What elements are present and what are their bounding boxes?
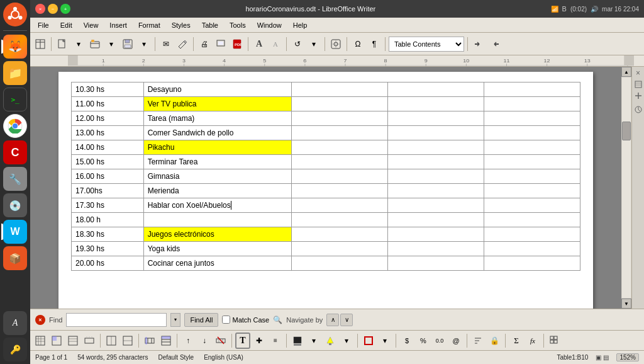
cell-extra3[interactable] <box>484 256 580 271</box>
tb-highlight-dropdown[interactable]: ▾ <box>339 333 354 349</box>
maximize-button[interactable]: + <box>60 4 70 14</box>
cell-extra3[interactable] <box>484 242 580 256</box>
tb-sort[interactable] <box>470 333 486 349</box>
taskbar-fontapp[interactable]: A <box>3 311 27 335</box>
layout-icon1[interactable]: ▣ <box>596 354 601 361</box>
find-all-button[interactable]: Find All <box>184 313 218 327</box>
document-scroll[interactable]: 10.30 hsDesayuno11.00 hsVer TV publica12… <box>30 67 621 309</box>
tb-print-preview[interactable] <box>213 36 228 52</box>
tb-table4[interactable] <box>82 333 97 349</box>
cell-activity[interactable]: Cocinar cena juntos <box>143 256 292 271</box>
taskbar-disk[interactable]: 💿 <box>3 193 27 217</box>
tb-new-dropdown[interactable]: ▾ <box>71 36 86 52</box>
panel-icon2[interactable] <box>633 91 643 101</box>
menu-insert[interactable]: Insert <box>104 20 132 30</box>
menu-window[interactable]: Window <box>252 20 287 30</box>
cell-time[interactable]: 11.00 hs <box>72 97 144 111</box>
cell-activity[interactable] <box>143 213 292 227</box>
tb-currency[interactable]: $ <box>399 333 414 349</box>
scroll-track[interactable] <box>622 77 631 298</box>
tb-text-align[interactable]: ≡ <box>268 333 283 349</box>
cell-activity[interactable]: Gimnasia <box>143 169 292 184</box>
taskbar-terminal[interactable]: >_ <box>3 88 27 111</box>
cell-extra3[interactable] <box>484 184 580 198</box>
cell-extra3[interactable] <box>484 97 580 111</box>
tb-grid-more[interactable] <box>547 333 562 349</box>
taskbar-chromium[interactable] <box>3 114 27 138</box>
tb-open-dropdown[interactable]: ▾ <box>104 36 119 52</box>
cell-extra2[interactable] <box>388 97 484 111</box>
cell-extra1[interactable] <box>292 111 388 126</box>
tb-navigator[interactable] <box>328 36 343 52</box>
cell-extra1[interactable] <box>292 155 388 169</box>
taskbar-keyapp[interactable]: 🔑 <box>3 338 27 361</box>
tb-edit-file[interactable] <box>175 36 190 52</box>
cell-extra1[interactable] <box>292 140 388 155</box>
close-button[interactable]: × <box>35 4 45 14</box>
tb-formatting-marks[interactable]: ¶ <box>367 36 382 52</box>
tb-formula[interactable]: fx <box>525 333 540 349</box>
cell-extra1[interactable] <box>292 213 388 227</box>
panel-icon3[interactable] <box>633 105 643 115</box>
tb-table-style[interactable] <box>33 36 48 52</box>
tb-table3[interactable] <box>65 333 80 349</box>
cell-extra2[interactable] <box>388 82 484 97</box>
tb-at[interactable]: @ <box>448 333 464 349</box>
tb-border-dropdown[interactable]: ▾ <box>377 333 392 349</box>
tb-cols[interactable] <box>142 333 157 349</box>
tb-undo[interactable]: ↺ <box>290 36 305 52</box>
cell-extra2[interactable] <box>388 198 484 213</box>
cell-extra2[interactable] <box>388 184 484 198</box>
taskbar-capp[interactable]: C <box>3 140 27 164</box>
cell-extra2[interactable] <box>388 227 484 242</box>
cell-extra1[interactable] <box>292 227 388 242</box>
panel-icon1[interactable] <box>633 79 643 89</box>
menu-file[interactable]: File <box>33 20 54 30</box>
find-dropdown[interactable]: ▾ <box>170 313 180 327</box>
tb-font-a-small[interactable]: A <box>268 36 283 52</box>
cell-extra3[interactable] <box>484 82 580 97</box>
tb-font-a[interactable]: A <box>252 36 267 52</box>
tb-more1[interactable] <box>471 36 486 52</box>
cell-time[interactable]: 17.30 hs <box>72 198 144 213</box>
tb-percent[interactable]: % <box>416 333 431 349</box>
cell-extra2[interactable] <box>388 155 484 169</box>
scroll-down[interactable]: ▼ <box>621 299 631 309</box>
cell-time[interactable]: 12.00 hs <box>72 111 144 126</box>
menu-view[interactable]: View <box>79 20 104 30</box>
cell-extra3[interactable] <box>484 111 580 126</box>
find-close-button[interactable]: × <box>35 315 45 325</box>
tb-color1[interactable] <box>290 333 305 349</box>
tb-open[interactable] <box>87 36 103 52</box>
menu-styles[interactable]: Styles <box>167 20 196 30</box>
tb-highlight[interactable] <box>323 333 338 349</box>
tb-border-color[interactable] <box>361 333 376 349</box>
menu-edit[interactable]: Edit <box>55 20 77 30</box>
cell-time[interactable]: 20.00 hs <box>72 256 144 271</box>
cell-time[interactable]: 17.00hs <box>72 184 144 198</box>
tb-insert-row-below[interactable]: ↓ <box>197 333 212 349</box>
cell-time[interactable]: 13.00 hs <box>72 126 144 140</box>
cell-activity[interactable]: Tarea (mama) <box>143 111 292 126</box>
find-prev-button[interactable]: ∧ <box>326 314 339 326</box>
menu-format[interactable]: Format <box>133 20 165 30</box>
cell-extra3[interactable] <box>484 155 580 169</box>
tb-delete-row[interactable] <box>213 333 228 349</box>
cell-extra1[interactable] <box>292 198 388 213</box>
taskbar-ubuntu[interactable] <box>3 3 27 26</box>
cell-activity[interactable]: Terminar Tarea <box>143 155 292 169</box>
cell-time[interactable]: 19.30 hs <box>72 242 144 256</box>
cell-activity[interactable]: Merienda <box>143 184 292 198</box>
tb-save[interactable] <box>120 36 135 52</box>
cell-activity[interactable]: Ver TV publica <box>143 97 292 111</box>
zoom-level[interactable]: 152% <box>616 353 639 361</box>
menu-help[interactable]: Help <box>288 20 313 30</box>
cell-extra3[interactable] <box>484 213 580 227</box>
tb-number[interactable]: 0.0 <box>432 333 447 349</box>
cell-time[interactable]: 16.00 hs <box>72 169 144 184</box>
cell-time[interactable]: 18.30 hs <box>72 227 144 242</box>
cell-time[interactable]: 10.30 hs <box>72 82 144 97</box>
find-input[interactable] <box>66 313 167 327</box>
cell-activity[interactable]: Pikachu <box>143 140 292 155</box>
scroll-up[interactable]: ▲ <box>621 67 631 77</box>
